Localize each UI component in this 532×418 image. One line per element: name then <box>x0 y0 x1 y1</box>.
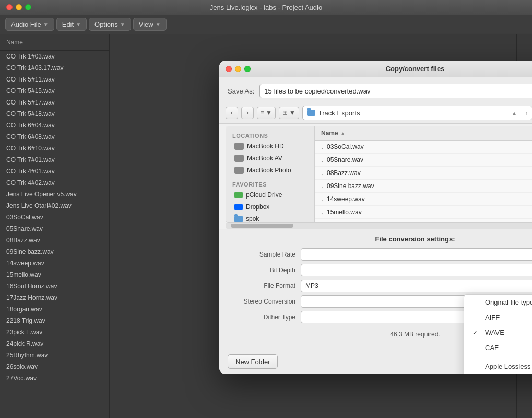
sidebar-location-item[interactable]: MacBook AV <box>228 153 312 164</box>
track-item[interactable]: CO Trk 6#08.wav <box>0 131 109 143</box>
table-row[interactable]: ♩05Snare.wavToday, 14:04 <box>315 154 532 167</box>
menu-view[interactable]: View ▼ <box>133 18 167 31</box>
dropdown-item[interactable]: AIFF <box>464 310 532 325</box>
track-item[interactable]: CO Trk 4#02.wav <box>0 177 109 189</box>
file-date: Today, 14:04 <box>521 156 532 164</box>
list-view-button[interactable]: ≡ ▼ <box>257 107 276 119</box>
sample-rate-control[interactable]: ▼ <box>301 248 532 261</box>
grid-view-button[interactable]: ⊞ ▼ <box>279 107 299 119</box>
track-item[interactable]: CO Trk 1#03.wav <box>0 51 109 62</box>
grid-view-arrow: ▼ <box>289 109 295 117</box>
sort-arrow-icon: ▲ <box>340 131 346 136</box>
h-scrollbar-thumb[interactable] <box>231 224 293 228</box>
track-item[interactable]: 08Bazz.wav <box>0 235 109 246</box>
file-icon: ♩ <box>321 170 324 177</box>
track-item[interactable]: CO Trk 5#18.wav <box>0 108 109 120</box>
sidebar-favorite-item[interactable]: Dropbox <box>228 201 312 213</box>
window-title: Jens Live.logicx - labs - Project Audio <box>210 4 322 11</box>
dialog-maximize-button[interactable] <box>244 66 251 72</box>
dialog-traffic-lights <box>226 66 251 72</box>
new-folder-button[interactable]: New Folder <box>228 354 278 369</box>
table-row[interactable]: ♩03SoCal.wavToday, 14:04 <box>315 141 532 154</box>
sidebar-favorite-item[interactable]: spok <box>228 213 312 222</box>
maximize-button[interactable] <box>25 4 31 10</box>
dialog-minimize-button[interactable] <box>235 66 241 72</box>
track-item[interactable]: CO Trk 6#10.wav <box>0 143 109 154</box>
track-item[interactable]: 03SoCal.wav <box>0 212 109 223</box>
file-format-label: File Format <box>228 282 295 289</box>
table-row[interactable]: ♩08Bazz.wavToday, 14:04 <box>315 167 532 180</box>
minimize-button[interactable] <box>16 4 22 10</box>
menu-edit[interactable]: Edit ▼ <box>56 18 87 31</box>
save-as-input[interactable] <box>259 84 532 98</box>
conversion-settings: File conversion settings: Sample Rate ▼ … <box>219 229 532 349</box>
track-item[interactable]: 16Soul Hornz.wav <box>0 281 109 292</box>
file-icon: ♩ <box>321 222 324 223</box>
file-name: 16Soul Hornz.wav <box>327 222 377 222</box>
h-scrollbar[interactable] <box>226 223 532 229</box>
track-item[interactable]: 18organ.wav <box>0 304 109 315</box>
track-item[interactable]: 15mello.wav <box>0 269 109 281</box>
track-item[interactable]: 24pick R.wav <box>0 338 109 350</box>
track-item[interactable]: CO Trk 6#04.wav <box>0 120 109 131</box>
conversion-title: File conversion settings: <box>228 235 532 243</box>
forward-button[interactable]: › <box>241 107 254 119</box>
file-row-name: ♩15mello.wav <box>321 208 521 216</box>
file-row-name: ♩03SoCal.wav <box>321 143 521 150</box>
file-row-name: ♩08Bazz.wav <box>321 169 521 177</box>
menu-view-arrow: ▼ <box>156 21 161 27</box>
dropbox-icon <box>234 204 243 210</box>
sidebar-locations-header: Locations <box>226 131 314 140</box>
track-item[interactable]: 14sweep.wav <box>0 258 109 269</box>
track-item[interactable]: 27Voc.wav <box>0 373 109 384</box>
table-row[interactable]: ♩16Soul Hornz.wavToday, 14:04 <box>315 219 532 222</box>
col-date-header[interactable]: Date Modified <box>521 130 532 137</box>
menu-options[interactable]: Options ▼ <box>89 18 131 31</box>
track-item[interactable]: Jens Live Opener v5.wav <box>0 189 109 200</box>
track-item[interactable]: CO Trk 5#17.wav <box>0 97 109 108</box>
file-name: 14sweep.wav <box>327 195 365 203</box>
folder-icon <box>307 110 315 116</box>
track-item[interactable]: CO Trk 4#01.wav <box>0 166 109 177</box>
table-row[interactable]: ♩14sweep.wavToday, 14:04 <box>315 193 532 206</box>
sidebar-location-item[interactable]: MacBook HD <box>228 141 312 152</box>
close-button[interactable] <box>6 4 13 10</box>
table-row[interactable]: ♩09Sine bazz.wavToday, 14:04 <box>315 180 532 193</box>
file-name: 15mello.wav <box>327 208 362 216</box>
track-item[interactable]: 25Rhythm.wav <box>0 350 109 361</box>
track-item[interactable]: 26solo.wav <box>0 361 109 373</box>
dropdown-item[interactable]: CAF <box>464 340 532 355</box>
sidebar-item-label: MacBook AV <box>247 155 282 162</box>
track-item[interactable]: CO Trk 1#03.17.wav <box>0 62 109 74</box>
folder-location[interactable]: Track Exports ▲ ↑ <box>302 106 532 120</box>
sidebar-favorites: pCloud DriveDropboxspokDesktopApplicatio… <box>226 189 314 222</box>
sidebar-favorite-item[interactable]: pCloud Drive <box>228 189 312 201</box>
folder-icon <box>234 216 243 222</box>
menu-audio-file[interactable]: Audio File ▼ <box>5 18 54 31</box>
sidebar-location-item[interactable]: MacBook Photo <box>228 165 312 176</box>
track-item[interactable]: 2218 Trig.wav <box>0 315 109 327</box>
dialog-close-button[interactable] <box>226 66 232 72</box>
table-row[interactable]: ♩15mello.wavToday, 14:04 <box>315 206 532 219</box>
file-format-control[interactable]: MP3 ▼ <box>301 280 532 292</box>
track-item[interactable]: CO Trk 5#11.wav <box>0 74 109 85</box>
dropdown-item[interactable]: Original file type <box>464 295 532 310</box>
track-item[interactable]: 09Sine bazz.wav <box>0 246 109 258</box>
up-arrow-icon[interactable]: ▲ <box>512 110 517 116</box>
dialog-title: Copy/convert files <box>386 65 445 73</box>
up-icon[interactable]: ↑ <box>525 110 528 116</box>
col-name-header[interactable]: Name ▲ <box>321 130 521 137</box>
track-item[interactable]: CO Trk 5#15.wav <box>0 85 109 97</box>
track-item[interactable]: Jens Live Otari#02.wav <box>0 200 109 212</box>
dropdown-item[interactable]: Apple Lossless <box>464 359 532 374</box>
track-item[interactable]: 17Jazz Hornz.wav <box>0 292 109 304</box>
track-item[interactable]: 05Snare.wav <box>0 223 109 235</box>
bit-depth-control[interactable]: ▼ <box>301 264 532 276</box>
dropdown-item[interactable]: ✓WAVE <box>464 325 532 340</box>
back-button[interactable]: ‹ <box>226 107 238 119</box>
track-item[interactable]: CO Trk 7#01.wav <box>0 154 109 166</box>
track-item[interactable]: 23pick L.wav <box>0 327 109 338</box>
file-row-name: ♩16Soul Hornz.wav <box>321 222 521 222</box>
menu-bar: Audio File ▼ Edit ▼ Options ▼ View ▼ <box>0 15 532 34</box>
file-name: 05Snare.wav <box>327 156 363 164</box>
